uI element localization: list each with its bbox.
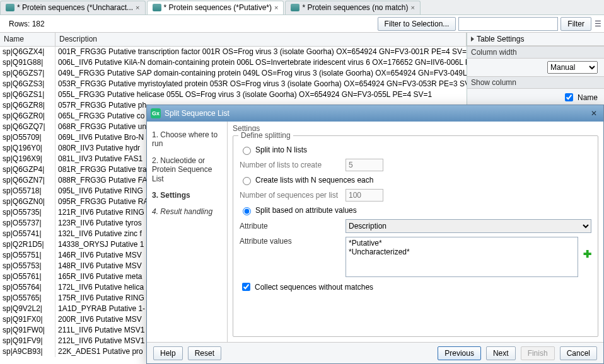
side-panel-title: Table Settings: [477, 35, 524, 43]
cell-name: sp|O55735|: [0, 207, 55, 218]
checkbox-name[interactable]: [565, 93, 573, 101]
cell-description: 053R_FRG3G Putative myristoylated protei…: [55, 79, 467, 89]
dialog-content: Settings Define splitting Split into N l…: [228, 122, 603, 342]
attribute-values-label: Attribute values: [240, 237, 340, 246]
split-into-n-radio[interactable]: Split into N lists: [240, 145, 591, 155]
filter-input[interactable]: [458, 17, 558, 31]
cell-name: sp|Q2R1D5|: [0, 239, 55, 250]
table-row[interactable]: sp|Q6GZX4|001R_FRG3G Putative transcript…: [0, 47, 467, 57]
table-icon: [291, 4, 299, 11]
cell-name: sp|Q6GZS3|: [0, 79, 55, 89]
cell-name: sp|Q6GZR8|: [0, 100, 55, 111]
table-icon: [153, 4, 161, 11]
radio-label: Split into N lists: [255, 145, 307, 154]
dialog-title: Split Sequence List: [165, 109, 229, 118]
close-icon[interactable]: ✕: [588, 109, 600, 118]
table-row[interactable]: sp|Q6GZS3|053R_FRG3G Putative myristoyla…: [0, 79, 467, 89]
cell-name: sp|O55709|: [0, 132, 55, 143]
cell-name: sp|Q6GZS7|: [0, 68, 55, 79]
define-splitting-group: Define splitting Split into N lists Numb…: [233, 135, 598, 337]
column-width-section: Column width: [467, 46, 604, 59]
previous-button[interactable]: Previous: [438, 346, 481, 360]
cell-name: sp|Q6GZR0|: [0, 111, 55, 122]
cell-name: sp|Q6GZN7|: [0, 175, 55, 186]
filter-options-icon[interactable]: ☰: [591, 20, 604, 28]
cell-name: sp|O55737|: [0, 218, 55, 229]
cell-name: sp|Q9V2L2|: [0, 304, 55, 314]
split-sequence-dialog: Gx Split Sequence List ✕ 1. Choose where…: [146, 105, 604, 364]
wizard-step-2: 2. Nucleotide or Protein Sequence List: [151, 152, 223, 187]
table-row[interactable]: sp|Q91G88|006L_IIV6 Putative KilA-N doma…: [0, 57, 467, 68]
tab-putative[interactable]: * Protein sequences (*Putative*) ×: [147, 1, 284, 14]
cell-name: sp|O55765|: [0, 293, 55, 304]
checkbox-label: Name: [578, 93, 598, 102]
checkbox-collect[interactable]: [242, 283, 250, 291]
cell-name: sp|Q91G88|: [0, 57, 55, 68]
seq-per-list-input: [346, 189, 383, 202]
cell-name: sp|Q6GZP4|: [0, 164, 55, 175]
cell-name: sp|Q6GZN0|: [0, 196, 55, 207]
cell-name: sp|Q6GZQ7|: [0, 122, 55, 132]
cell-description: 049L_FRG3G Putative SAP domain-containin…: [55, 68, 467, 79]
radio-label: Split based on attribute values: [255, 206, 357, 215]
attribute-select[interactable]: Description: [346, 219, 591, 233]
radio-n-each[interactable]: [243, 177, 251, 185]
show-column-section: Show column: [467, 76, 604, 89]
seq-per-list-label: Number of sequences per list: [240, 191, 340, 200]
cell-name: sp|O55718|: [0, 186, 55, 196]
num-lists-input: [346, 159, 383, 171]
cell-description: 006L_IIV6 Putative KilA-N domain-contain…: [55, 57, 467, 68]
radio-split-n[interactable]: [243, 147, 251, 155]
attribute-label: Attribute: [240, 222, 340, 230]
create-n-each-radio[interactable]: Create lists with N sequences each: [240, 175, 591, 185]
tab-label: * Protein sequences (*Uncharact...: [17, 3, 133, 12]
checkbox-label: Collect sequences without matches: [255, 283, 373, 292]
cancel-button[interactable]: Cancel: [560, 346, 597, 360]
cell-description: 055L_FRG3G Putative helicase 055L OS=Fro…: [55, 89, 467, 100]
tab-no-match[interactable]: * Protein sequences (no match) ×: [285, 1, 421, 14]
collect-without-matches-checkbox[interactable]: Collect sequences without matches: [240, 281, 591, 293]
cell-description: 001R_FRG3G Putative transcription factor…: [55, 47, 467, 57]
table-header: Name Description: [0, 33, 467, 47]
tab-label: * Protein sequences (no match): [302, 3, 408, 12]
cell-name: sp|Q6GZS1|: [0, 89, 55, 100]
add-value-icon[interactable]: ✚: [583, 237, 591, 260]
side-panel-header[interactable]: Table Settings: [467, 33, 604, 46]
help-button[interactable]: Help: [153, 346, 183, 360]
row-count-label: Rows: 182: [0, 20, 214, 28]
close-icon[interactable]: ×: [274, 4, 278, 11]
cell-name: sp|O55761|: [0, 271, 55, 282]
dialog-footer: Help Reset Previous Next Finish Cancel: [147, 342, 603, 363]
cell-name: sp|O55753|: [0, 261, 55, 271]
cell-name: sp|Q6GZX4|: [0, 47, 55, 57]
column-header-description[interactable]: Description: [55, 33, 467, 46]
cell-name: sp|O55751|: [0, 250, 55, 261]
cell-name: sp|Q196Y0|: [0, 143, 55, 154]
tab-uncharacterized[interactable]: * Protein sequences (*Uncharact... ×: [0, 1, 146, 14]
table-row[interactable]: sp|Q6GZS1|055L_FRG3G Putative helicase 0…: [0, 89, 467, 100]
table-row[interactable]: sp|Q6GZS7|049L_FRG3G Putative SAP domain…: [0, 68, 467, 79]
tab-label: * Protein sequences (*Putative*): [164, 3, 272, 12]
cell-name: sp|A9CB93|: [0, 346, 55, 357]
dialog-titlebar[interactable]: Gx Split Sequence List ✕: [147, 105, 603, 122]
wizard-step-1: 1. Choose where to run: [151, 127, 223, 152]
close-icon[interactable]: ×: [411, 4, 415, 11]
split-attribute-radio[interactable]: Split based on attribute values: [240, 205, 591, 215]
filter-button[interactable]: Filter: [560, 17, 591, 31]
column-width-select[interactable]: Manual: [547, 61, 598, 74]
radio-attribute[interactable]: [243, 207, 251, 215]
attribute-values-input[interactable]: [346, 237, 578, 277]
close-icon[interactable]: ×: [136, 4, 139, 11]
filter-to-selection-button[interactable]: Filter to Selection...: [378, 17, 456, 31]
reset-button[interactable]: Reset: [188, 346, 221, 360]
next-button[interactable]: Next: [486, 346, 516, 360]
table-icon: [6, 4, 15, 11]
column-header-name[interactable]: Name: [0, 33, 55, 46]
cell-name: sp|Q196X9|: [0, 154, 55, 164]
table-toolbar: Rows: 182 Filter to Selection... Filter …: [0, 15, 604, 33]
radio-label: Create lists with N sequences each: [255, 176, 373, 185]
wizard-steps: 1. Choose where to run 2. Nucleotide or …: [147, 122, 228, 342]
app-logo-icon: Gx: [151, 108, 161, 118]
expand-icon: [471, 37, 474, 42]
show-name-checkbox[interactable]: Name: [562, 91, 598, 103]
